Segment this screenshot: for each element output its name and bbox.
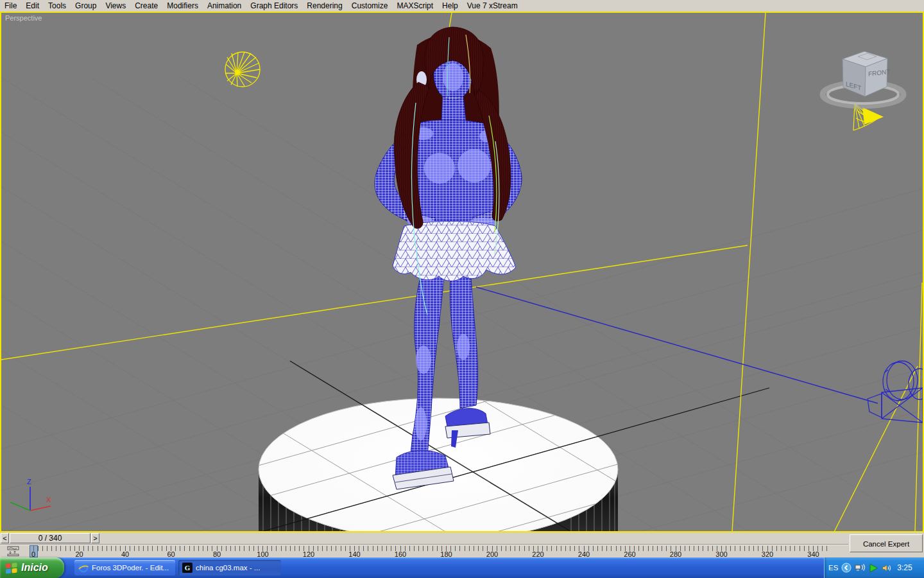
ruler-tick: [593, 546, 594, 551]
ruler-tick: [620, 546, 621, 551]
ruler-tick: [437, 546, 438, 551]
ruler-tick: [92, 546, 93, 551]
menu-tools[interactable]: Tools: [44, 1, 71, 11]
menu-views[interactable]: Views: [101, 1, 130, 11]
ruler-tick: [345, 546, 346, 551]
windows-logo-icon: [5, 562, 18, 574]
ruler-tick: [65, 546, 66, 551]
ruler-tick: [157, 546, 158, 551]
ruler-tick: [648, 546, 649, 551]
menu-help[interactable]: Help: [438, 1, 463, 11]
ruler-tick: [226, 546, 227, 551]
menu-rendering[interactable]: Rendering: [302, 1, 346, 11]
ruler-tick: [708, 546, 708, 551]
ruler-tick: [483, 546, 483, 551]
ruler-tick: [524, 546, 525, 551]
ruler-tick: [107, 546, 107, 551]
ruler-tick: [418, 546, 419, 551]
frame-indicator[interactable]: 0 / 340: [10, 533, 90, 543]
ruler-tick: [515, 546, 515, 551]
ruler-tick: [455, 546, 456, 551]
ruler-tick: [794, 546, 795, 551]
camera-target-line: [476, 287, 878, 403]
menu-graph-editors[interactable]: Graph Editors: [246, 1, 302, 11]
world-axis-tripod: Z X: [10, 478, 51, 511]
ruler-tick: [139, 546, 139, 551]
hide-icons-button[interactable]: [841, 563, 851, 573]
ruler-tick: [83, 546, 84, 551]
ruler-tick: [116, 546, 116, 551]
ruler-tick: [570, 546, 570, 551]
menu-bar: FileEditToolsGroupViewsCreateModifiersAn…: [0, 0, 924, 12]
ruler-tick: [38, 546, 38, 551]
language-indicator[interactable]: ES: [828, 564, 838, 572]
ruler-tick: [207, 546, 208, 551]
3ds-max-icon: G: [182, 563, 193, 573]
ruler-tick: [597, 546, 598, 551]
ruler-tick: [198, 546, 199, 551]
ruler-tick: [529, 546, 529, 551]
menu-file[interactable]: File: [0, 1, 21, 11]
menu-customize[interactable]: Customize: [347, 1, 393, 11]
next-frame-button[interactable]: >: [91, 533, 99, 543]
menu-maxscript[interactable]: MAXScript: [392, 1, 438, 11]
ruler-tick: [735, 546, 735, 551]
ruler-tick: [465, 546, 465, 551]
ruler-tick: [689, 546, 690, 551]
ruler-tick: [666, 546, 667, 551]
network-icon[interactable]: [855, 563, 866, 573]
ruler-tick: [88, 546, 89, 551]
start-label: Inicio: [21, 562, 48, 574]
svg-text:X: X: [46, 496, 51, 504]
perspective-viewport[interactable]: Perspective: [0, 12, 924, 532]
ruler-tick: [281, 546, 282, 551]
ruler-tick: [56, 546, 56, 551]
omni-light-icon[interactable]: [225, 52, 260, 87]
previous-frame-button[interactable]: <: [1, 533, 9, 543]
menu-vue-7-xstream[interactable]: Vue 7 xStream: [463, 1, 522, 11]
ruler-tick: [804, 546, 805, 551]
ruler-tick: [143, 546, 144, 551]
messenger-icon[interactable]: [869, 563, 878, 573]
ruler-tick: [474, 546, 474, 551]
ruler-tick: [295, 546, 295, 551]
ruler-tick: [327, 546, 327, 551]
track-bar[interactable]: 0204060801001201401601802002202402602803…: [0, 544, 848, 557]
ruler-tick: [653, 546, 653, 551]
ruler-tick: [611, 546, 612, 551]
ruler-tick: [740, 546, 740, 551]
viewcube[interactable]: LEFT FRONT: [823, 51, 903, 106]
cancel-expert-mode-button[interactable]: Cancel Expert Mode: [850, 534, 923, 552]
taskbar-window-foros-3dpoder[interactable]: Foros 3DPoder. - Edit...: [74, 560, 175, 575]
ruler-tick: [781, 546, 782, 551]
ruler-tick: [230, 546, 231, 551]
menu-create[interactable]: Create: [130, 1, 162, 11]
ruler-tick: [551, 546, 552, 551]
ruler-tick: [299, 546, 300, 551]
ruler-tick: [386, 546, 387, 551]
ruler-tick: [336, 546, 336, 551]
camera-icon[interactable]: [868, 361, 923, 423]
ruler-tick: [547, 546, 547, 551]
start-button[interactable]: Inicio: [0, 557, 64, 578]
taskbar: Inicio Foros 3DPoder. - Edit... G china …: [0, 557, 924, 578]
ruler-tick: [469, 546, 470, 551]
taskbar-window-china-cg03-max[interactable]: G china cg03.max - ...: [178, 560, 281, 575]
ruler-tick: [235, 546, 235, 551]
ruler-tick: [703, 546, 703, 551]
ruler-tick: [162, 546, 162, 551]
ruler-tick: [638, 546, 639, 551]
ruler-tick: [244, 546, 244, 551]
ruler-tick: [134, 546, 135, 551]
ruler-tick: [221, 546, 222, 551]
menu-group[interactable]: Group: [71, 1, 101, 11]
volume-icon[interactable]: [882, 563, 892, 573]
menu-animation[interactable]: Animation: [203, 1, 246, 11]
menu-edit[interactable]: Edit: [21, 1, 44, 11]
menu-modifiers[interactable]: Modifiers: [162, 1, 203, 11]
ruler-tick: [574, 546, 575, 551]
ruler-tick: [377, 546, 378, 551]
ruler-tick: [602, 546, 603, 551]
ruler-tick: [662, 546, 662, 551]
ruler-tick: [180, 546, 180, 551]
